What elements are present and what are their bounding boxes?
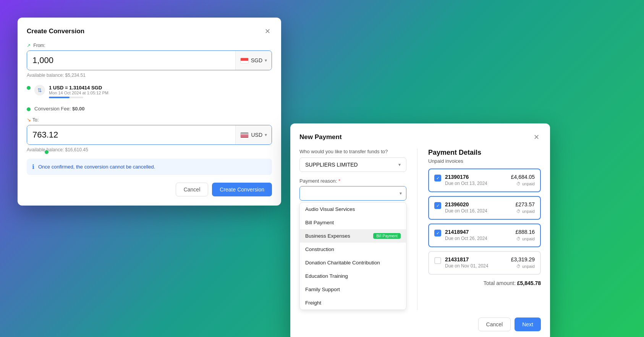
invoice-amount-col-4: £3,319.29 ⏱ unpaid bbox=[511, 256, 535, 269]
dropdown-item-label: Construction bbox=[305, 246, 334, 252]
transfer-to-chevron: ▾ bbox=[398, 162, 401, 167]
exchange-rate-text: 1 USD = 1.310414 SGD bbox=[49, 85, 272, 91]
from-input-row: 1,000 SGD ▾ bbox=[27, 50, 272, 70]
invoice-checkbox-3[interactable]: ✓ bbox=[434, 230, 441, 237]
required-star: * bbox=[338, 178, 340, 184]
invoice-amount-col-2: £273.57 ⏱ unpaid bbox=[515, 201, 535, 214]
to-input-row: 763.12 USD ▾ bbox=[27, 125, 272, 145]
dropdown-item-label: Bill Payment bbox=[305, 220, 334, 225]
dropdown-item-business-expenses[interactable]: Business Expenses Bill Payment bbox=[300, 229, 406, 243]
invoice-card-3: ✓ 21418947 Due on Oct 26, 2024 £888.16 ⏱… bbox=[428, 224, 541, 247]
dropdown-item-donation[interactable]: Donation Charitable Contribution bbox=[300, 256, 406, 269]
create-conversion-modal: Create Conversion ✕ ↗ From: 1,000 SGD ▾ … bbox=[18, 18, 281, 206]
payment-reason-dropdown: Audio Visual Services Bill Payment Busin… bbox=[299, 202, 406, 310]
transfer-to-select[interactable]: SUPPLIERS LIMITED ▾ bbox=[299, 157, 406, 172]
payment-modal-title: New Payment bbox=[299, 133, 342, 141]
invoice-due-2: Due on Oct 16, 2024 bbox=[445, 208, 511, 214]
payment-left-panel: Who would you like to transfer funds to?… bbox=[299, 149, 406, 310]
invoice-status-2: ⏱ unpaid bbox=[516, 209, 535, 214]
info-banner: ℹ Once confirmed, the conversion cannot … bbox=[27, 159, 272, 175]
payment-next-button[interactable]: Next bbox=[515, 318, 541, 331]
fee-green-dot bbox=[27, 107, 31, 111]
unpaid-invoices-label: Unpaid invoices bbox=[428, 158, 541, 164]
usd-flag-icon bbox=[240, 132, 249, 138]
dropdown-item-education[interactable]: Education Training bbox=[300, 269, 406, 283]
invoice-checkbox-2[interactable]: ✓ bbox=[434, 202, 441, 209]
invoice-due-3: Due on Oct 26, 2024 bbox=[445, 236, 511, 241]
from-amount-input[interactable]: 1,000 bbox=[27, 51, 235, 70]
dropdown-item-label: Family Support bbox=[305, 287, 340, 292]
clock-icon-1: ⏱ bbox=[516, 181, 521, 186]
invoice-status-label-1: unpaid bbox=[522, 181, 535, 186]
invoice-status-3: ⏱ unpaid bbox=[516, 237, 535, 241]
invoice-amount-3: £888.16 bbox=[515, 229, 535, 235]
payment-reason-input[interactable] bbox=[299, 186, 406, 201]
clock-icon-2: ⏱ bbox=[516, 209, 521, 214]
invoice-card-1: ✓ 21390176 Due on Oct 13, 2024 £4,684.05… bbox=[428, 168, 541, 192]
conversion-modal-title: Create Conversion bbox=[27, 28, 84, 35]
payment-modal-footer: Cancel Next bbox=[299, 318, 541, 331]
invoice-amount-4: £3,319.29 bbox=[511, 256, 535, 262]
payment-cancel-button[interactable]: Cancel bbox=[478, 318, 511, 331]
invoice-card-4: 21431817 Due on Nov 01, 2024 £3,319.29 ⏱… bbox=[428, 251, 541, 275]
conversion-modal-header: Create Conversion ✕ bbox=[27, 27, 272, 36]
transfer-to-value: SUPPLIERS LIMITED bbox=[305, 162, 358, 168]
exchange-rate-progress-fill bbox=[49, 97, 70, 98]
invoice-amount-1: £4,684.05 bbox=[511, 174, 535, 180]
info-green-dot bbox=[45, 150, 49, 154]
invoice-checkbox-1[interactable]: ✓ bbox=[434, 175, 441, 181]
conversion-cancel-button[interactable]: Cancel bbox=[176, 183, 209, 196]
payment-details-title: Payment Details bbox=[428, 149, 541, 157]
total-amount-label: Total amount: bbox=[484, 280, 516, 286]
dropdown-item-label: Audio Visual Services bbox=[305, 206, 355, 212]
dropdown-item-label: Freight bbox=[305, 300, 321, 306]
invoice-status-label-4: unpaid bbox=[522, 264, 535, 269]
invoice-status-label-2: unpaid bbox=[522, 209, 535, 214]
invoice-amount-col-1: £4,684.05 ⏱ unpaid bbox=[511, 174, 535, 187]
invoice-card-2: ✓ 21396020 Due on Oct 16, 2024 £273.57 ⏱… bbox=[428, 196, 541, 220]
to-currency-selector[interactable]: USD ▾ bbox=[235, 125, 272, 144]
invoice-due-4: Due on Nov 01, 2024 bbox=[445, 263, 507, 269]
dropdown-item-family[interactable]: Family Support bbox=[300, 283, 406, 296]
from-currency-label: SGD bbox=[251, 57, 262, 63]
dropdown-item-label: Business Expenses bbox=[305, 233, 350, 239]
create-conversion-button[interactable]: Create Conversion bbox=[212, 183, 272, 196]
exchange-arrows-icon: ⇅ bbox=[34, 85, 45, 96]
dropdown-item-bill-payment[interactable]: Bill Payment bbox=[300, 216, 406, 229]
total-amount-value: £5,845.78 bbox=[517, 280, 541, 286]
bill-payment-badge: Bill Payment bbox=[373, 233, 401, 239]
to-currency-chevron: ▾ bbox=[265, 132, 267, 138]
reason-input-container: ▾ bbox=[299, 186, 406, 201]
exchange-green-dot bbox=[27, 86, 31, 90]
from-label: ↗ From: bbox=[27, 43, 272, 48]
transfer-to-label: Who would you like to transfer funds to? bbox=[299, 149, 406, 154]
invoice-info-2: 21396020 Due on Oct 16, 2024 bbox=[445, 201, 511, 214]
dropdown-item-freight[interactable]: Freight bbox=[300, 296, 406, 309]
panel-divider bbox=[417, 149, 417, 310]
checkmark-icon-3: ✓ bbox=[436, 231, 440, 236]
checkmark-icon-1: ✓ bbox=[436, 176, 440, 181]
from-currency-selector[interactable]: SGD ▾ bbox=[235, 51, 272, 70]
info-message: Once confirmed, the conversion cannot be… bbox=[38, 164, 155, 170]
invoice-checkbox-4[interactable] bbox=[434, 257, 441, 264]
conversion-close-button[interactable]: ✕ bbox=[263, 27, 272, 36]
new-payment-modal: New Payment ✕ Who would you like to tran… bbox=[290, 123, 550, 337]
invoice-status-label-3: unpaid bbox=[522, 237, 535, 241]
dropdown-item-label: Education Training bbox=[305, 273, 348, 279]
from-arrow-icon: ↗ bbox=[27, 43, 31, 48]
invoice-status-1: ⏱ unpaid bbox=[516, 181, 535, 186]
to-label-row: ↘ To: bbox=[27, 117, 272, 123]
exchange-rate-progress-bar bbox=[49, 97, 83, 98]
conversion-fee-label: Conversion Fee: $0.00 bbox=[34, 106, 85, 112]
payment-close-button[interactable]: ✕ bbox=[532, 133, 541, 142]
invoice-number-1: 21390176 bbox=[445, 174, 507, 180]
clock-icon-4: ⏱ bbox=[516, 264, 521, 269]
to-amount-input[interactable]: 763.12 bbox=[27, 125, 235, 144]
dropdown-item-audio-visual[interactable]: Audio Visual Services bbox=[300, 203, 406, 216]
invoice-status-4: ⏱ unpaid bbox=[516, 264, 535, 269]
dropdown-item-construction[interactable]: Construction bbox=[300, 243, 406, 256]
total-amount-row: Total amount: £5,845.78 bbox=[428, 280, 541, 286]
exchange-rate-row: ⇅ 1 USD = 1.310414 SGD Mon 14 Oct 2024 a… bbox=[27, 83, 272, 100]
to-arrow-icon: ↘ bbox=[27, 117, 31, 123]
payment-reason-label: Payment reason: * bbox=[299, 178, 406, 184]
